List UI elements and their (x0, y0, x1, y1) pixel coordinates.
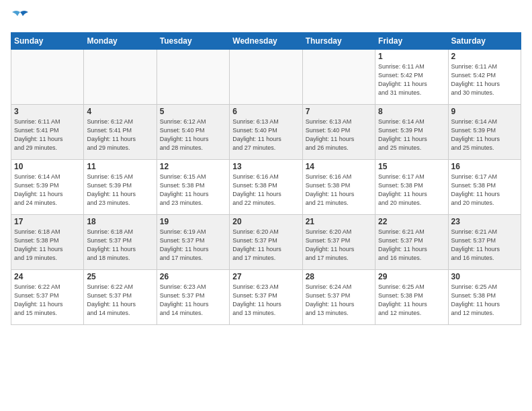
day-info: Sunrise: 6:18 AM Sunset: 5:37 PM Dayligh… (87, 228, 153, 263)
day-info: Sunrise: 6:15 AM Sunset: 5:39 PM Dayligh… (87, 173, 153, 208)
weekday-header-monday: Monday (84, 33, 157, 50)
day-info: Sunrise: 6:18 AM Sunset: 5:38 PM Dayligh… (14, 228, 81, 263)
calendar-cell: 16Sunrise: 6:17 AM Sunset: 5:38 PM Dayli… (448, 160, 521, 215)
day-info: Sunrise: 6:14 AM Sunset: 5:39 PM Dayligh… (14, 173, 81, 208)
day-number: 2 (451, 52, 518, 61)
day-number: 14 (306, 162, 372, 171)
day-info: Sunrise: 6:21 AM Sunset: 5:37 PM Dayligh… (378, 228, 445, 263)
day-number: 8 (378, 107, 445, 116)
weekday-header-wednesday: Wednesday (230, 33, 302, 50)
calendar-cell: 28Sunrise: 6:24 AM Sunset: 5:37 PM Dayli… (302, 270, 375, 325)
calendar-cell (11, 50, 84, 105)
calendar-cell: 5Sunrise: 6:12 AM Sunset: 5:40 PM Daylig… (157, 105, 229, 160)
day-number: 18 (87, 217, 153, 226)
day-info: Sunrise: 6:19 AM Sunset: 5:37 PM Dayligh… (160, 228, 226, 263)
calendar-cell: 20Sunrise: 6:20 AM Sunset: 5:37 PM Dayli… (230, 215, 302, 270)
day-info: Sunrise: 6:15 AM Sunset: 5:38 PM Dayligh… (160, 173, 226, 208)
day-info: Sunrise: 6:21 AM Sunset: 5:37 PM Dayligh… (451, 228, 518, 263)
calendar-cell: 23Sunrise: 6:21 AM Sunset: 5:37 PM Dayli… (448, 215, 521, 270)
day-info: Sunrise: 6:25 AM Sunset: 5:38 PM Dayligh… (378, 283, 445, 318)
day-info: Sunrise: 6:16 AM Sunset: 5:38 PM Dayligh… (232, 173, 299, 208)
calendar-cell: 13Sunrise: 6:16 AM Sunset: 5:38 PM Dayli… (230, 160, 302, 215)
calendar-cell: 6Sunrise: 6:13 AM Sunset: 5:40 PM Daylig… (230, 105, 302, 160)
calendar-cell: 4Sunrise: 6:12 AM Sunset: 5:41 PM Daylig… (84, 105, 157, 160)
calendar-cell: 3Sunrise: 6:11 AM Sunset: 5:41 PM Daylig… (11, 105, 84, 160)
calendar-cell (84, 50, 157, 105)
day-number: 7 (306, 107, 372, 116)
day-number: 24 (14, 272, 81, 281)
weekday-header-sunday: Sunday (11, 33, 84, 50)
calendar-cell: 8Sunrise: 6:14 AM Sunset: 5:39 PM Daylig… (375, 105, 448, 160)
day-number: 20 (232, 217, 299, 226)
day-number: 19 (160, 217, 226, 226)
week-row-4: 17Sunrise: 6:18 AM Sunset: 5:38 PM Dayli… (11, 215, 521, 270)
calendar-cell: 18Sunrise: 6:18 AM Sunset: 5:37 PM Dayli… (84, 215, 157, 270)
day-number: 27 (232, 272, 299, 281)
day-info: Sunrise: 6:11 AM Sunset: 5:41 PM Dayligh… (14, 118, 81, 152)
day-info: Sunrise: 6:23 AM Sunset: 5:37 PM Dayligh… (232, 283, 299, 318)
day-number: 12 (160, 162, 226, 171)
day-info: Sunrise: 6:14 AM Sunset: 5:39 PM Dayligh… (378, 118, 445, 152)
day-number: 17 (14, 217, 81, 226)
week-row-5: 24Sunrise: 6:22 AM Sunset: 5:37 PM Dayli… (11, 270, 521, 325)
calendar-cell: 26Sunrise: 6:23 AM Sunset: 5:37 PM Dayli… (157, 270, 229, 325)
calendar-cell (230, 50, 302, 105)
day-info: Sunrise: 6:13 AM Sunset: 5:40 PM Dayligh… (232, 118, 299, 152)
day-number: 25 (87, 272, 153, 281)
calendar-cell: 21Sunrise: 6:20 AM Sunset: 5:37 PM Dayli… (302, 215, 375, 270)
calendar-cell: 9Sunrise: 6:14 AM Sunset: 5:39 PM Daylig… (448, 105, 521, 160)
day-info: Sunrise: 6:22 AM Sunset: 5:37 PM Dayligh… (14, 283, 81, 318)
calendar-cell: 25Sunrise: 6:22 AM Sunset: 5:37 PM Dayli… (84, 270, 157, 325)
calendar-cell (302, 50, 375, 105)
calendar-cell (157, 50, 229, 105)
day-number: 4 (87, 107, 153, 116)
day-number: 9 (451, 107, 518, 116)
day-info: Sunrise: 6:22 AM Sunset: 5:37 PM Dayligh… (87, 283, 153, 318)
calendar-cell: 19Sunrise: 6:19 AM Sunset: 5:37 PM Dayli… (157, 215, 229, 270)
weekday-header-saturday: Saturday (448, 33, 521, 50)
calendar-cell: 14Sunrise: 6:16 AM Sunset: 5:38 PM Dayli… (302, 160, 375, 215)
day-number: 22 (378, 217, 445, 226)
calendar-cell: 24Sunrise: 6:22 AM Sunset: 5:37 PM Dayli… (11, 270, 84, 325)
week-row-2: 3Sunrise: 6:11 AM Sunset: 5:41 PM Daylig… (11, 105, 521, 160)
calendar-cell: 15Sunrise: 6:17 AM Sunset: 5:38 PM Dayli… (375, 160, 448, 215)
day-info: Sunrise: 6:12 AM Sunset: 5:41 PM Dayligh… (87, 118, 153, 152)
day-number: 15 (378, 162, 445, 171)
day-number: 21 (306, 217, 372, 226)
day-info: Sunrise: 6:24 AM Sunset: 5:37 PM Dayligh… (306, 283, 372, 318)
day-info: Sunrise: 6:11 AM Sunset: 5:42 PM Dayligh… (451, 62, 518, 97)
day-info: Sunrise: 6:11 AM Sunset: 5:42 PM Dayligh… (378, 62, 445, 97)
weekday-header-tuesday: Tuesday (157, 33, 229, 50)
day-number: 6 (232, 107, 299, 116)
calendar-cell: 22Sunrise: 6:21 AM Sunset: 5:37 PM Dayli… (375, 215, 448, 270)
day-info: Sunrise: 6:20 AM Sunset: 5:37 PM Dayligh… (306, 228, 372, 263)
day-info: Sunrise: 6:25 AM Sunset: 5:38 PM Dayligh… (451, 283, 518, 318)
day-info: Sunrise: 6:20 AM Sunset: 5:37 PM Dayligh… (232, 228, 299, 263)
day-info: Sunrise: 6:23 AM Sunset: 5:37 PM Dayligh… (160, 283, 226, 318)
day-number: 26 (160, 272, 226, 281)
day-info: Sunrise: 6:17 AM Sunset: 5:38 PM Dayligh… (451, 173, 518, 208)
weekday-header-thursday: Thursday (302, 33, 375, 50)
day-number: 11 (87, 162, 153, 171)
logo (11, 8, 32, 27)
day-number: 10 (14, 162, 81, 171)
week-row-3: 10Sunrise: 6:14 AM Sunset: 5:39 PM Dayli… (11, 160, 521, 215)
day-number: 1 (378, 52, 445, 61)
calendar-cell: 10Sunrise: 6:14 AM Sunset: 5:39 PM Dayli… (11, 160, 84, 215)
week-row-1: 1Sunrise: 6:11 AM Sunset: 5:42 PM Daylig… (11, 50, 521, 105)
svg-rect-0 (11, 8, 30, 27)
day-number: 28 (306, 272, 372, 281)
page: SundayMondayTuesdayWednesdayThursdayFrid… (0, 0, 532, 411)
calendar-cell: 7Sunrise: 6:13 AM Sunset: 5:40 PM Daylig… (302, 105, 375, 160)
calendar-cell: 29Sunrise: 6:25 AM Sunset: 5:38 PM Dayli… (375, 270, 448, 325)
weekday-header-friday: Friday (375, 33, 448, 50)
calendar-cell: 1Sunrise: 6:11 AM Sunset: 5:42 PM Daylig… (375, 50, 448, 105)
day-info: Sunrise: 6:16 AM Sunset: 5:38 PM Dayligh… (306, 173, 372, 208)
calendar: SundayMondayTuesdayWednesdayThursdayFrid… (11, 32, 521, 325)
calendar-cell: 27Sunrise: 6:23 AM Sunset: 5:37 PM Dayli… (230, 270, 302, 325)
day-number: 23 (451, 217, 518, 226)
day-info: Sunrise: 6:17 AM Sunset: 5:38 PM Dayligh… (378, 173, 445, 208)
day-number: 30 (451, 272, 518, 281)
calendar-cell: 11Sunrise: 6:15 AM Sunset: 5:39 PM Dayli… (84, 160, 157, 215)
day-number: 3 (14, 107, 81, 116)
